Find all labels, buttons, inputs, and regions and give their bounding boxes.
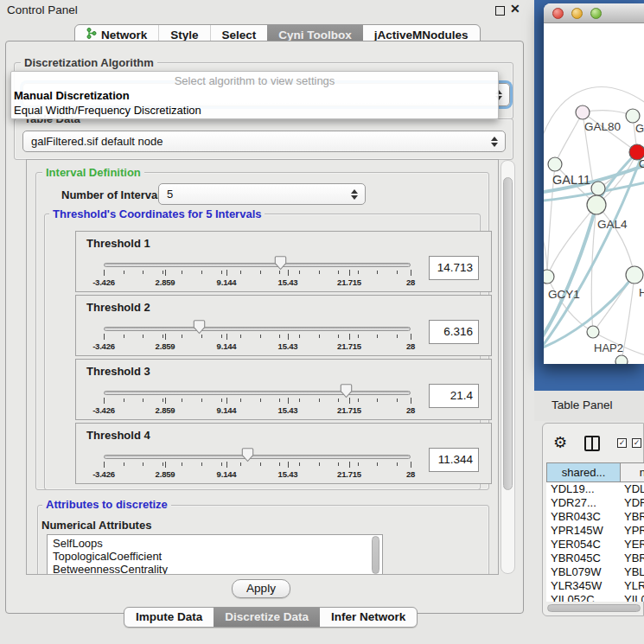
tab-discretize-data[interactable]: Discretize Data	[214, 608, 320, 627]
attribute-item[interactable]: TopologicalCoefficient	[48, 550, 382, 563]
intervals-combobox[interactable]: 5	[158, 183, 366, 205]
table-row[interactable]: YBR045CYBR0	[546, 552, 644, 565]
apply-button[interactable]: Apply	[232, 579, 290, 598]
settings-gear-icon[interactable]: ⚙	[553, 433, 567, 452]
major-tick	[288, 270, 289, 276]
checkbox-icon[interactable]: ✓	[632, 438, 641, 448]
minor-tick	[182, 462, 182, 466]
column-header-name[interactable]: na	[620, 462, 644, 482]
thresholds-group-title: Threshold's Coordinates for 5 Intervals	[49, 208, 265, 220]
node-h[interactable]	[626, 266, 643, 284]
minor-tick	[279, 399, 280, 402]
table-data-combobox[interactable]: galFiltered.sif default node	[22, 131, 506, 152]
edge[interactable]	[547, 205, 596, 277]
table-row[interactable]: YBR043CYBR0	[546, 510, 644, 524]
node-label: GAL80	[584, 120, 621, 133]
attributes-scrollbar[interactable]	[372, 536, 379, 574]
threshold-value-field[interactable]: 14.713	[429, 256, 479, 280]
settings-scrollbar-thumb[interactable]	[503, 177, 513, 490]
tick-label: 21.715	[328, 341, 371, 351]
attribute-item[interactable]: BetweennessCentrality	[48, 563, 382, 575]
threshold-slider-handle[interactable]	[193, 320, 206, 335]
network-window[interactable]: GAL80GACGAL11GAL4HGCY1HAP2	[544, 3, 644, 364]
minor-tick	[124, 462, 124, 466]
minor-tick	[260, 335, 261, 338]
network-canvas[interactable]: GAL80GACGAL11GAL4HGCY1HAP2	[544, 23, 644, 364]
edge[interactable]	[555, 112, 583, 164]
threshold-slider-track[interactable]	[104, 391, 411, 395]
table-row[interactable]: YBL079WYBL0	[546, 565, 644, 579]
minor-tick	[143, 335, 143, 338]
minor-tick	[240, 335, 241, 338]
zoom-traffic-light-icon[interactable]	[590, 8, 602, 19]
cell-name: YLR3	[624, 579, 644, 593]
threshold-slider-handle[interactable]	[241, 448, 254, 462]
popup-option[interactable]: Manual Discretization	[11, 88, 498, 103]
minor-tick	[221, 462, 222, 466]
threshold-slider-handle[interactable]	[274, 256, 287, 271]
node-gal80[interactable]	[576, 105, 590, 119]
table-row[interactable]: YLR345WYLR3	[546, 579, 644, 593]
split-view-icon[interactable]	[584, 436, 600, 451]
table-row[interactable]: YDR27...YDR2	[546, 496, 644, 510]
node[interactable]	[591, 182, 605, 195]
minor-tick	[143, 399, 143, 402]
table-row[interactable]: YER054CYER0	[546, 538, 644, 552]
node[interactable]	[615, 355, 628, 364]
attributes-listbox[interactable]: SelfLoopsTopologicalCoefficientBetweenne…	[47, 534, 383, 575]
major-tick	[411, 462, 411, 468]
threshold-label: Threshold 3	[86, 365, 150, 378]
minor-tick	[163, 399, 163, 402]
threshold-slider-track[interactable]	[104, 263, 411, 267]
close-traffic-light-icon[interactable]	[552, 8, 564, 19]
table-row[interactable]: YDL19...YDL1	[546, 482, 644, 496]
network-window-titlebar	[544, 3, 644, 23]
node-gal4[interactable]	[587, 195, 606, 214]
settings-scroll-viewport: Interval Definition Number of Intervals …	[26, 159, 499, 575]
attribute-item[interactable]: SelfLoops	[48, 537, 382, 550]
minimize-traffic-light-icon[interactable]	[571, 8, 583, 19]
close-icon[interactable]: ✕	[510, 2, 520, 16]
checkbox-icon[interactable]: ✓	[617, 438, 627, 448]
popup-option[interactable]: Equal Width/Frequency Discretization	[11, 103, 498, 118]
node-label: H	[639, 286, 644, 299]
table-data-combobox-value: galFiltered.sif default node	[31, 135, 163, 148]
tick-label: 21.715	[328, 405, 371, 415]
edge[interactable]	[544, 222, 547, 277]
cell-name: YIL0	[624, 593, 644, 602]
threshold-slider-handle[interactable]	[340, 384, 353, 399]
table-hscrollbar[interactable]	[547, 604, 641, 612]
threshold-value-field[interactable]: 11.344	[429, 448, 479, 472]
minor-tick	[377, 399, 378, 402]
minor-tick	[143, 271, 143, 274]
cell-name: YBR0	[624, 510, 644, 524]
table-row[interactable]: YPR145WYPR1	[546, 524, 644, 538]
major-tick	[104, 462, 105, 468]
threshold-label: Threshold 4	[86, 429, 150, 442]
cell-shared-name: YBR045C	[551, 552, 601, 565]
float-window-icon[interactable]	[495, 6, 505, 16]
tab-label: Infer Network	[331, 610, 405, 623]
edge[interactable]	[583, 111, 633, 116]
tab-label: Cyni Toolbox	[278, 29, 352, 41]
node-hap2[interactable]	[587, 326, 599, 338]
tab-impute-data[interactable]: Impute Data	[124, 608, 214, 627]
threshold-slider-track[interactable]	[104, 455, 411, 459]
table-row[interactable]: YIL052CYIL0	[546, 593, 644, 602]
tab-infer-network[interactable]: Infer Network	[320, 608, 417, 627]
major-tick	[288, 398, 289, 404]
node-label: GAL11	[552, 173, 590, 187]
column-header-shared[interactable]: shared...	[546, 462, 621, 482]
node[interactable]	[626, 109, 640, 123]
edge[interactable]	[596, 205, 634, 275]
node-gal11[interactable]	[548, 157, 562, 171]
node-gcy1[interactable]	[544, 270, 554, 284]
threshold-slider-track[interactable]	[104, 327, 411, 331]
tick-label: 15.43	[266, 341, 309, 351]
minor-tick	[260, 399, 261, 402]
node-label: GAL4	[597, 218, 628, 231]
tick-label: 2.859	[143, 405, 187, 415]
minor-tick	[279, 335, 280, 338]
threshold-value-field[interactable]: 21.4	[429, 384, 479, 408]
threshold-value-field[interactable]: 6.316	[429, 320, 479, 344]
